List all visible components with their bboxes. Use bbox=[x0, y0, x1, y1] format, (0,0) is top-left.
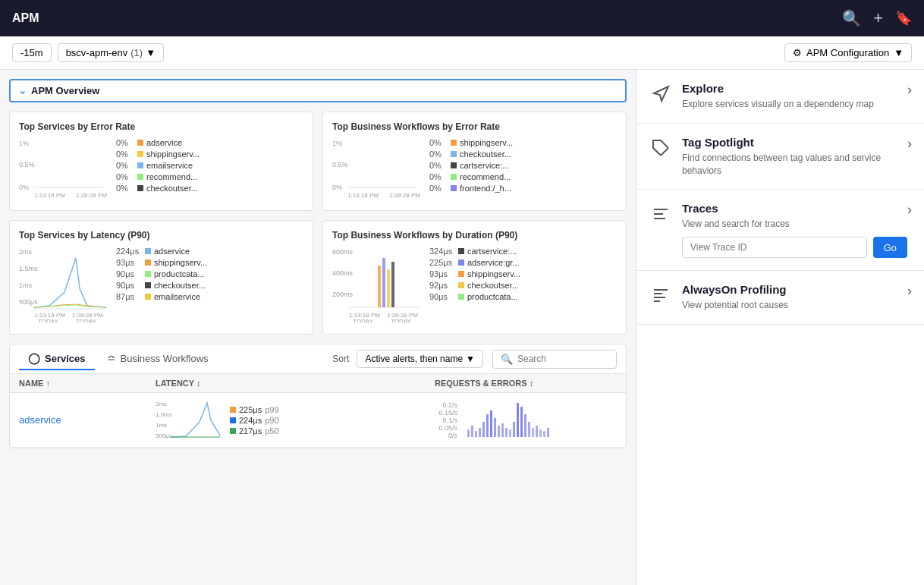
duration-chart: 600ms 400ms 200ms 1:13:18 PM TODAY 1:28: bbox=[332, 247, 423, 322]
svg-text:1%: 1% bbox=[332, 140, 342, 147]
traces-arrow-icon: › bbox=[907, 202, 912, 218]
error-rate-legend: 0%adservice 0%shippingserv... 0%emailser… bbox=[116, 138, 303, 201]
svg-rect-61 bbox=[536, 426, 538, 437]
svg-text:2ms: 2ms bbox=[156, 401, 167, 407]
svg-text:500μs: 500μs bbox=[19, 298, 38, 306]
tag-spotlight-section[interactable]: Tag Spotlight Find connections between t… bbox=[636, 124, 924, 190]
explore-arrow-icon: › bbox=[907, 82, 912, 98]
duration-legend: 324μscartservice:... 225μsadservice:gr..… bbox=[429, 247, 617, 325]
table-row: adservice 2ms 1.5ms 1ms 500μs 1:13:18 PM… bbox=[10, 393, 626, 448]
top-workflows-duration-card: Top Business Workflows by Duration (P90)… bbox=[322, 220, 627, 335]
toolbar: -15m bscv-apm-env (1) ▼ ⚙ APM Configurat… bbox=[0, 36, 924, 70]
svg-text:1%: 1% bbox=[19, 140, 29, 147]
svg-rect-51 bbox=[498, 426, 500, 437]
svg-rect-50 bbox=[494, 418, 496, 437]
traces-section: Traces View and search for traces Go › bbox=[636, 190, 924, 271]
svg-rect-62 bbox=[539, 429, 542, 437]
svg-text:1:13:18 PM: 1:13:18 PM bbox=[171, 440, 198, 441]
apm-config-button[interactable]: ⚙ APM Configuration ▼ bbox=[784, 43, 912, 62]
svg-marker-69 bbox=[654, 86, 668, 101]
svg-text:TODAY: TODAY bbox=[38, 198, 58, 199]
service-name[interactable]: adservice bbox=[19, 414, 156, 426]
top-workflows-duration-title: Top Business Workflows by Duration (P90) bbox=[332, 230, 617, 241]
workflows-error-legend: 0%shippingserv... 0%checkoutser... 0%car… bbox=[429, 138, 617, 201]
requests-mini-chart: 1:13:18 PM 1:28:28 PM TODAY TODAY bbox=[464, 399, 555, 441]
workflows-error-chart: 1% 0.5% 0% 1:13:18 PM TODAY 1:28:28 PM T… bbox=[332, 138, 423, 199]
svg-rect-63 bbox=[543, 431, 545, 437]
plus-icon[interactable]: + bbox=[873, 8, 883, 28]
explore-section[interactable]: Explore Explore services visually on a d… bbox=[636, 70, 924, 124]
requests-cell: 0.2/s0.15/s0.1/s0.05/s0/s bbox=[435, 399, 617, 441]
col-name-header[interactable]: NAME ↑ bbox=[19, 379, 156, 388]
svg-text:1ms: 1ms bbox=[19, 281, 33, 289]
main-layout: ⌄ APM Overview Top Services by Error Rat… bbox=[0, 70, 924, 585]
trace-id-input[interactable] bbox=[682, 237, 867, 258]
svg-text:TODAY: TODAY bbox=[80, 198, 100, 199]
table-header-row: NAME ↑ LATENCY ↕ REQUESTS & ERRORS ↕ bbox=[10, 374, 626, 393]
latency-legend: 224μsadservice 93μsshippingserv... 90μsp… bbox=[116, 247, 303, 325]
svg-text:TODAY: TODAY bbox=[38, 318, 58, 322]
search-icon: 🔍 bbox=[501, 354, 513, 365]
traces-icon bbox=[649, 202, 673, 226]
apm-overview-header[interactable]: ⌄ APM Overview bbox=[9, 79, 627, 102]
svg-text:400ms: 400ms bbox=[332, 269, 354, 277]
svg-rect-49 bbox=[490, 410, 492, 437]
top-services-error-title: Top Services by Error Rate bbox=[19, 121, 303, 132]
svg-rect-30 bbox=[382, 258, 385, 307]
svg-rect-60 bbox=[532, 428, 534, 437]
svg-text:600ms: 600ms bbox=[332, 248, 354, 256]
col-latency-header[interactable]: LATENCY ↕ bbox=[156, 379, 435, 388]
svg-text:2ms: 2ms bbox=[19, 248, 33, 256]
sort-dropdown[interactable]: Active alerts, then name ▼ bbox=[357, 350, 483, 368]
go-button[interactable]: Go bbox=[873, 237, 907, 258]
explore-title: Explore bbox=[682, 82, 874, 95]
svg-rect-59 bbox=[528, 422, 530, 437]
time-range-dropdown[interactable]: -15m bbox=[12, 43, 52, 62]
chevron-down-icon: ⌄ bbox=[18, 85, 27, 96]
svg-rect-54 bbox=[509, 429, 511, 437]
tag-spotlight-title: Tag Spotlight bbox=[682, 136, 907, 149]
search-icon[interactable]: 🔍 bbox=[842, 9, 861, 27]
profiling-icon bbox=[649, 283, 673, 307]
latency-chart: 2ms 1.5ms 1ms 500μs 1:13:18 PM TODAY 1:2… bbox=[19, 247, 110, 322]
sort-label: Sort bbox=[332, 354, 349, 364]
svg-text:500μs: 500μs bbox=[156, 432, 172, 439]
svg-rect-43 bbox=[467, 429, 470, 437]
svg-text:0.5%: 0.5% bbox=[19, 161, 35, 168]
latency-cell: 2ms 1.5ms 1ms 500μs 1:13:18 PM 1:28:28 P… bbox=[156, 399, 435, 441]
app-title: APM bbox=[12, 11, 39, 25]
app-header: APM 🔍 + 🔖 bbox=[0, 0, 924, 36]
profiling-arrow-icon: › bbox=[907, 283, 912, 299]
svg-rect-58 bbox=[524, 414, 526, 437]
svg-text:TODAY: TODAY bbox=[76, 318, 96, 322]
svg-text:1.5ms: 1.5ms bbox=[19, 265, 38, 272]
left-panel: ⌄ APM Overview Top Services by Error Rat… bbox=[0, 70, 636, 585]
svg-text:TODAY: TODAY bbox=[391, 318, 411, 322]
tag-spotlight-desc: Find connections between tag values and … bbox=[682, 152, 907, 178]
svg-rect-52 bbox=[501, 423, 504, 437]
latency-mini-chart: 2ms 1.5ms 1ms 500μs 1:13:18 PM 1:28:28 P… bbox=[156, 399, 224, 441]
col-requests-header[interactable]: REQUESTS & ERRORS ↕ bbox=[435, 379, 617, 388]
explore-desc: Explore services visually on a dependenc… bbox=[682, 98, 874, 111]
search-box: 🔍 bbox=[492, 350, 617, 369]
svg-rect-53 bbox=[505, 428, 508, 437]
tag-spotlight-arrow-icon: › bbox=[907, 136, 912, 152]
env-dropdown[interactable]: bscv-apm-env (1) ▼ bbox=[58, 43, 164, 62]
top-workflows-error-card: Top Business Workflows by Error Rate 1% … bbox=[322, 112, 627, 211]
tab-business-workflows[interactable]: ≏ Business Workflows bbox=[98, 348, 218, 370]
svg-rect-31 bbox=[387, 269, 390, 307]
profiling-section[interactable]: AlwaysOn Profiling View potential root c… bbox=[636, 271, 924, 325]
svg-rect-48 bbox=[486, 414, 489, 437]
top-services-error-card: Top Services by Error Rate 1% 0.5% 0% 1:… bbox=[9, 112, 313, 211]
bookmark-icon[interactable]: 🔖 bbox=[895, 10, 912, 27]
svg-text:1:28:28 PM: 1:28:28 PM bbox=[197, 440, 224, 441]
services-tab-icon: ◯ bbox=[28, 352, 40, 364]
svg-rect-29 bbox=[378, 266, 381, 307]
svg-rect-56 bbox=[517, 403, 519, 437]
search-input[interactable] bbox=[517, 354, 608, 364]
tab-services[interactable]: ◯ Services bbox=[19, 348, 95, 370]
services-tabs-bar: ◯ Services ≏ Business Workflows Sort Act… bbox=[10, 344, 626, 374]
svg-text:1ms: 1ms bbox=[156, 422, 167, 429]
explore-icon bbox=[649, 82, 673, 106]
svg-text:TODAY: TODAY bbox=[353, 318, 373, 322]
